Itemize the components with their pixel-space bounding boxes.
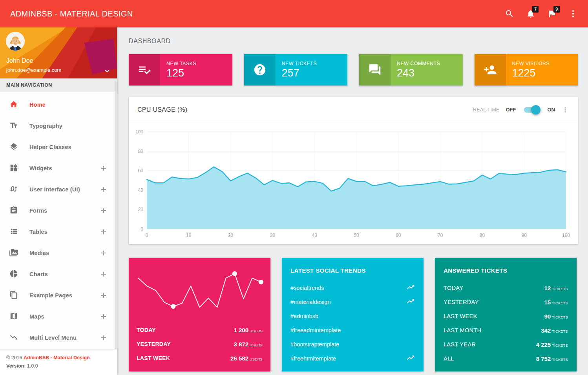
app-title: ADMINBSB - MATERIAL DESIGN: [10, 9, 133, 18]
notifications-bell-icon[interactable]: 7: [526, 9, 535, 18]
plus-icon: [100, 271, 107, 277]
search-icon[interactable]: [505, 9, 514, 18]
card-title: LATEST SOCIAL TRENDS: [290, 267, 415, 274]
sidebar-scrollbar[interactable]: [115, 81, 117, 351]
trending-up-icon: [406, 283, 415, 293]
notifications-badge: 7: [532, 6, 539, 13]
ticket-number: 8 752: [536, 355, 551, 362]
sidebar: John Doe john.doe@example.com MAIN NAVIG…: [0, 27, 117, 375]
ticket-unit: TICKETS: [552, 358, 568, 362]
page-title: DASHBOARD: [129, 38, 578, 45]
trending-up-icon: [406, 297, 415, 307]
sidebar-item-label: Tables: [29, 229, 47, 235]
sidebar-item-maps[interactable]: Maps: [0, 306, 117, 327]
toggle-on-label: ON: [548, 107, 555, 113]
flag-icon[interactable]: 9: [547, 9, 557, 18]
copyright-link[interactable]: AdminBSB - Material Design: [24, 355, 90, 360]
sidebar-item-charts[interactable]: Charts: [0, 264, 117, 285]
trending-up-icon: [406, 353, 415, 364]
plus-icon: [100, 335, 107, 341]
answered-tickets-card: ANSWERED TICKETS TODAY 12TICKETS YESTERD…: [435, 258, 577, 371]
sidebar-footer: © 2016 AdminBSB - Material Design. Versi…: [0, 349, 117, 375]
sidebar-item-example-pages[interactable]: Example Pages: [0, 285, 117, 306]
sidebar-item-label: Multi Level Menu: [29, 335, 77, 341]
sparkline-wrap: [129, 258, 270, 326]
info-box-label: NEW TICKETS: [282, 61, 348, 66]
visitor-stat-rows: TODAY 1 200USERS YESTERDAY 3 872USERS LA…: [137, 323, 263, 365]
ticket-value: 12TICKETS: [544, 285, 568, 291]
svg-text:50: 50: [354, 233, 359, 238]
svg-text:0: 0: [146, 233, 148, 238]
ticket-unit: TICKETS: [552, 329, 568, 333]
sidebar-item-label: Widgets: [29, 165, 52, 171]
stat-row: TODAY 1 200USERS: [137, 323, 263, 337]
person-add-icon: [475, 54, 506, 86]
ticket-number: 90: [544, 313, 551, 320]
trend-row: #bootstraptemplate: [290, 337, 415, 351]
ticket-unit: TICKETS: [552, 344, 568, 348]
svg-text:100: 100: [562, 233, 570, 238]
sidebar-item-medias[interactable]: Medias: [0, 242, 117, 264]
visitors-stats-card: TODAY 1 200USERS YESTERDAY 3 872USERS LA…: [129, 258, 270, 371]
ticket-label: LAST MONTH: [444, 327, 481, 333]
trend-row: #freeadmintemplate: [290, 323, 415, 337]
user-info-card: John Doe john.doe@example.com: [0, 27, 117, 78]
trend-row: #socialtrends: [290, 281, 415, 295]
sidebar-item-helper-classes[interactable]: Helper Classes: [0, 137, 117, 158]
svg-text:40: 40: [138, 188, 144, 193]
info-box-content: NEW TICKETS 257: [276, 54, 348, 86]
ticket-number: 342: [541, 327, 551, 334]
card-title: ANSWERED TICKETS: [444, 267, 568, 274]
stat-label: YESTERDAY: [137, 341, 171, 347]
sidebar-item-label: Home: [29, 102, 46, 108]
more-vert-icon[interactable]: [561, 106, 569, 114]
svg-text:40: 40: [312, 233, 318, 238]
assignment-icon: [9, 206, 19, 215]
svg-text:70: 70: [438, 233, 443, 238]
info-box-value: 243: [397, 67, 463, 79]
info-box-label: NEW VISITORS: [512, 61, 578, 66]
info-box-content: NEW VISITORS 1225: [506, 54, 578, 86]
svg-text:80: 80: [138, 149, 144, 154]
ticket-unit: TICKETS: [552, 287, 568, 291]
hashtag-label: #freehtmltemplate: [290, 355, 336, 362]
sidebar-item-label: Medias: [29, 250, 49, 256]
info-box-value: 1225: [512, 67, 578, 79]
main-content: DASHBOARD NEW TASKS 125 NEW TICKETS 257: [117, 27, 588, 375]
help-icon: [244, 54, 276, 86]
plus-icon: [100, 208, 107, 214]
chevron-down-icon[interactable]: [103, 67, 111, 75]
content-copy-icon: [9, 291, 19, 300]
cpu-card-title: CPU USAGE (%): [137, 106, 187, 113]
sidebar-item-forms[interactable]: Forms: [0, 200, 117, 221]
multilevel-icon: [9, 333, 19, 342]
sidebar-item-tables[interactable]: Tables: [0, 221, 117, 242]
nav-list: Home Typography Helper Classes Widgets U…: [0, 92, 117, 348]
hashtag-label: #materialdesign: [290, 299, 331, 305]
svg-text:20: 20: [138, 207, 144, 212]
ticket-number: 4 225: [536, 341, 551, 348]
typography-icon: [9, 121, 19, 131]
realtime-toggle[interactable]: [524, 105, 540, 115]
stat-number: 26 582: [230, 355, 248, 362]
sidebar-item-typography[interactable]: Typography: [0, 115, 117, 137]
realtime-label: REAL TIME: [473, 107, 499, 113]
more-vert-icon[interactable]: [568, 9, 578, 18]
sidebar-item-label: Maps: [29, 313, 44, 320]
sidebar-item-home[interactable]: Home: [0, 94, 117, 115]
social-trends-card: LATEST SOCIAL TRENDS #socialtrends #mate…: [282, 258, 424, 371]
stat-value: 1 200USERS: [234, 327, 263, 333]
sidebar-item-multi-level-menu[interactable]: Multi Level Menu: [0, 327, 117, 348]
sidebar-item-widgets[interactable]: Widgets: [0, 158, 117, 179]
stat-row: LAST WEEK 26 582USERS: [137, 351, 263, 365]
ticket-value: 90TICKETS: [544, 313, 568, 320]
ticket-unit: TICKETS: [552, 301, 568, 305]
sidebar-item-user-interface[interactable]: User Interface (UI): [0, 179, 117, 200]
flags-badge: 9: [553, 6, 560, 13]
stat-unit: USERS: [250, 343, 263, 347]
ticket-number: 15: [544, 299, 551, 306]
ticket-value: 342TICKETS: [541, 327, 568, 334]
toggle-knob: [531, 105, 541, 115]
stat-value: 3 872USERS: [234, 341, 263, 348]
svg-text:90: 90: [522, 233, 527, 238]
